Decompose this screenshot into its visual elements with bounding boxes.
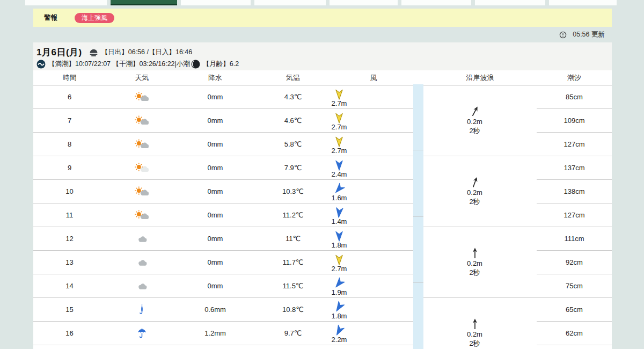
hour-label: 10 <box>33 180 106 203</box>
alert-bar: 警報 海上強風 <box>33 9 612 27</box>
wave-direction-arrow-icon <box>471 105 479 118</box>
temp-value: 11℃ <box>252 227 334 250</box>
alert-circle-icon <box>559 31 567 39</box>
wind-direction-arrow-icon <box>335 207 343 218</box>
wave-height-value: 0.2m <box>467 188 482 198</box>
hour-row-7: 7 0mm 4.6℃ 2.7m <box>33 109 413 133</box>
wind-speed-value: 1.8m <box>332 241 347 249</box>
top-tab-bar <box>25 0 617 5</box>
tide-value: 127cm <box>537 203 612 227</box>
wind-direction-arrow-icon <box>335 136 343 147</box>
hourly-columns: 時間 天気 降水 気温 風 6 0mm 4.3℃ 2.7m 7 0mm 4.6℃ <box>33 70 413 349</box>
date-label: 1月6日(月) <box>36 46 82 59</box>
wind-speed-value: 1.4m <box>332 217 347 226</box>
tide-value: 85cm <box>537 85 612 109</box>
precip-value: 0mm <box>178 227 252 250</box>
hour-label: 9 <box>33 156 106 179</box>
top-tab-7[interactable] <box>475 0 545 5</box>
sun-cloud-icon <box>134 92 150 102</box>
wind-direction-arrow-icon <box>335 230 343 242</box>
hour-row-11: 11 0mm 11.2℃ 1.4m <box>33 203 413 227</box>
tide-value: 138cm <box>537 180 612 203</box>
wave-height-value: 0.2m <box>467 330 482 339</box>
hour-row-13: 13 0mm 11.7℃ 2.7m <box>33 251 413 274</box>
tide-value: 65cm <box>537 298 612 322</box>
umbrella-closed-icon <box>137 304 147 315</box>
header-wind: 風 <box>334 70 413 85</box>
update-row: 05:56 更新 <box>33 27 612 42</box>
sun-cloud-icon <box>134 139 150 149</box>
moon-age-text: 【月齢】6.2 <box>203 60 239 69</box>
sun-cloud-icon <box>134 115 150 126</box>
wave-group-3: 0.2m 2秒 <box>423 227 537 298</box>
hour-label: 7 <box>33 109 106 132</box>
sun-cloud-icon <box>134 186 150 197</box>
cloud-icon <box>135 258 149 267</box>
tide-value: 75cm <box>537 274 612 298</box>
wave-period-value: 2秒 <box>469 268 480 278</box>
sunrise-icon <box>89 48 99 56</box>
temp-value: 4.3℃ <box>252 85 334 108</box>
hourly-forecast-table: 時間 天気 降水 気温 風 6 0mm 4.3℃ 2.7m 7 0mm 4.6℃ <box>33 70 612 349</box>
precip-value: 0mm <box>178 85 252 108</box>
cloud-icon <box>135 234 149 244</box>
forecast-panel: 1月6日(月) 【日出】06:56 /【日入】16:46 【満潮】10:07/2… <box>33 42 612 349</box>
hour-label: 15 <box>33 298 106 321</box>
temp-value <box>252 345 334 349</box>
tide-value: 127cm <box>537 133 612 156</box>
top-tab-4[interactable] <box>254 0 326 5</box>
precip-value: 1.2mm <box>178 322 252 345</box>
wave-group-4: 0.2m 2秒 <box>423 298 537 349</box>
temp-value: 4.6℃ <box>252 109 334 132</box>
wind-direction-arrow-icon <box>335 254 343 265</box>
wind-speed-value: 2.7m <box>332 123 347 131</box>
hour-row-12: 12 0mm 11℃ 1.8m <box>33 227 413 251</box>
hour-label: 17 <box>33 345 106 349</box>
precip-value: 0mm <box>178 251 252 274</box>
top-tab-6[interactable] <box>401 0 471 5</box>
hour-label: 13 <box>33 251 106 274</box>
header-weather: 天気 <box>106 70 178 85</box>
precip-value: 0mm <box>178 274 252 297</box>
date-header: 1月6日(月) 【日出】06:56 /【日入】16:46 【満潮】10:07/2… <box>33 42 612 70</box>
top-tab-2[interactable] <box>111 0 177 5</box>
hour-row-17: 17 <box>33 345 413 349</box>
hour-row-14: 14 0mm 11.5℃ 1.9m <box>33 274 413 298</box>
hour-label: 16 <box>33 322 106 345</box>
tide-value: 109cm <box>537 109 612 133</box>
precip-value <box>178 345 252 349</box>
hour-label: 14 <box>33 274 106 297</box>
hour-row-10: 10 0mm 10.3℃ 1.6m <box>33 180 413 203</box>
wave-direction-arrow-icon <box>471 247 479 259</box>
top-tab-5[interactable] <box>330 0 398 5</box>
temp-value: 11.2℃ <box>252 203 334 227</box>
precip-value: 0mm <box>178 109 252 132</box>
tide-column: 潮汐 85cm109cm127cm137cm138cm127cm111cm92c… <box>537 70 612 349</box>
top-tab-1[interactable] <box>25 0 107 5</box>
wave-group-2: 0.2m 2秒 <box>423 156 537 227</box>
hour-row-15: 15 0.6mm 10.8℃ 1.8m <box>33 298 413 322</box>
sun-cloud-light-icon <box>134 163 150 173</box>
top-tab-3[interactable] <box>181 0 251 5</box>
tide-value: 92cm <box>537 251 612 274</box>
wave-group-1: 0.2m 2秒 <box>423 85 537 156</box>
cloud-icon <box>135 281 149 291</box>
table-header-row: 時間 天気 降水 気温 風 <box>33 70 413 85</box>
tide-value: 137cm <box>537 156 612 180</box>
marine-wind-warning-badge[interactable]: 海上強風 <box>75 13 114 23</box>
hour-row-8: 8 0mm 5.8℃ 2.7m <box>33 133 413 156</box>
tide-value: 111cm <box>537 227 612 251</box>
wave-height-value: 0.2m <box>467 118 482 127</box>
table-divider-strip <box>413 70 423 349</box>
wave-direction-arrow-icon <box>471 318 479 330</box>
wave-icon <box>36 60 46 69</box>
moon-phase-icon <box>191 60 200 69</box>
hour-label: 12 <box>33 227 106 250</box>
wave-direction-arrow-icon <box>471 176 479 188</box>
top-tab-8[interactable] <box>549 0 617 5</box>
precip-value: 0.6mm <box>178 298 252 321</box>
wind-speed-value: 2.7m <box>332 147 347 155</box>
coastal-wave-column: 沿岸波浪 0.2m 2秒 0.2m 2秒 0.2m 2秒 0.2m 2秒 <box>423 70 537 349</box>
precip-value: 0mm <box>178 133 252 156</box>
temp-value: 10.8℃ <box>252 298 334 321</box>
